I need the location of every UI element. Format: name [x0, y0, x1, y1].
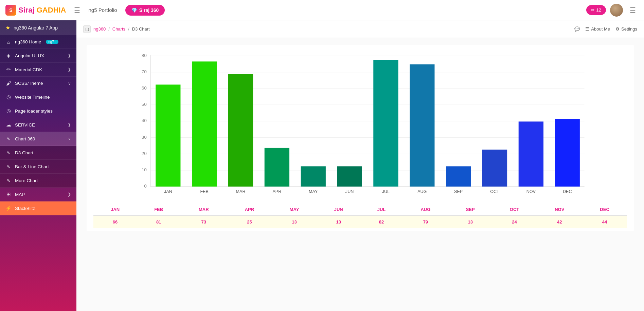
- col-jan: JAN: [93, 203, 137, 216]
- col-jun: JUN: [317, 203, 360, 216]
- val-may: 13: [272, 216, 317, 228]
- siraj360-button[interactable]: 💎 Siraj 360: [125, 5, 165, 16]
- svg-text:40: 40: [142, 118, 147, 123]
- breadcrumb-sep1: /: [108, 26, 110, 32]
- bar-nov: [519, 121, 543, 187]
- bar-sep: [446, 166, 471, 187]
- sidebar-top-item[interactable]: ★ ng360 Angular 7 App: [0, 20, 76, 35]
- bar-chart-svg: 0 10 20 30 40: [93, 52, 627, 201]
- sidebar-item-angular-ui[interactable]: ◈ Angular UI UX ❯: [0, 49, 76, 63]
- svg-text:50: 50: [142, 102, 147, 107]
- settings-button[interactable]: ⚙ Settings: [615, 26, 637, 32]
- hamburger-left-button[interactable]: ☰: [71, 5, 83, 16]
- comment-icon: 💬: [574, 26, 580, 32]
- col-apr: APR: [227, 203, 272, 216]
- sidebar-item-bar-line[interactable]: ∿ Bar & Line Chart: [0, 160, 76, 174]
- logo: S SirajGADHIA: [5, 5, 66, 16]
- logo-siraj: Siraj: [18, 6, 35, 15]
- svg-text:20: 20: [142, 151, 147, 156]
- svg-text:70: 70: [142, 69, 147, 74]
- val-jun: 13: [317, 216, 360, 228]
- sidebar-item-map[interactable]: ⊞ MAP ❯: [0, 188, 76, 201]
- breadcrumb-home-icon[interactable]: ▢: [83, 25, 91, 33]
- chart-wrapper: 0 10 20 30 40: [87, 45, 634, 231]
- svg-text:AUG: AUG: [417, 189, 427, 194]
- bar-apr: [265, 148, 289, 187]
- breadcrumb-ng360[interactable]: ng360: [93, 26, 106, 32]
- sidebar-label-stackblitz: StackBlitz: [15, 206, 35, 211]
- sidebar-item-page-loader[interactable]: ◎ Page loader styles: [0, 104, 76, 118]
- val-jan: 66: [93, 216, 137, 228]
- sidebar-label-angular-ui: Angular UI UX: [15, 53, 44, 58]
- breadcrumb-current: D3 Chart: [132, 26, 150, 32]
- map-icon: ⊞: [5, 191, 12, 197]
- col-sep: SEP: [449, 203, 492, 216]
- svg-text:0: 0: [144, 183, 147, 189]
- sidebar-item-website-timeline[interactable]: ◎ Website Timeline: [0, 90, 76, 104]
- sidebar-label-page-loader: Page loader styles: [15, 109, 53, 114]
- chart-container: 0 10 20 30 40: [76, 38, 644, 311]
- val-mar: 73: [180, 216, 227, 228]
- edit-button[interactable]: ✏ 12: [586, 5, 606, 15]
- val-sep: 13: [449, 216, 492, 228]
- sidebar-item-stackblitz[interactable]: ⚡ StackBlitz: [0, 201, 76, 215]
- svg-text:DEC: DEC: [563, 189, 572, 194]
- col-aug: AUG: [402, 203, 448, 216]
- val-jul: 82: [360, 216, 402, 228]
- val-feb: 81: [137, 216, 180, 228]
- angular-icon: ◈: [5, 53, 12, 59]
- col-mar: MAR: [180, 203, 227, 216]
- sidebar-label-map: MAP: [15, 192, 25, 197]
- sidebar-item-chart360[interactable]: ∿ Chart 360 ∨: [0, 132, 76, 146]
- breadcrumb-bar: ▢ ng360 / Charts / D3 Chart 💬 ☰ About Me…: [76, 20, 644, 38]
- val-nov: 42: [537, 216, 582, 228]
- sidebar-item-material-cdk[interactable]: ✏ Material CDK ❯: [0, 63, 76, 77]
- chevron-down-icon: ∨: [68, 136, 71, 141]
- col-feb: FEB: [137, 203, 180, 216]
- sidebar-item-service[interactable]: ☁ SERVICE ❯: [0, 118, 76, 132]
- avatar[interactable]: [610, 4, 623, 17]
- avatar-image: [610, 4, 623, 17]
- sidebar-item-scss-theme[interactable]: 🖌 SCSS/Theme ∨: [0, 77, 76, 90]
- bar-oct: [482, 150, 507, 187]
- chart-area: 0 10 20 30 40: [93, 52, 627, 201]
- svg-text:10: 10: [142, 167, 147, 172]
- bar-dec: [555, 119, 580, 187]
- svg-text:SEP: SEP: [454, 189, 463, 194]
- sidebar-item-ng360-home[interactable]: ⌂ ng360 Home ng7+: [0, 35, 76, 49]
- chevron-icon: ❯: [68, 67, 71, 72]
- col-dec: DEC: [582, 203, 627, 216]
- d3chart-icon: ∿: [5, 150, 12, 156]
- bar-jun: [337, 166, 362, 187]
- top-nav-right: ✏ 12 ☰: [586, 4, 639, 17]
- about-me-button[interactable]: ☰ About Me: [585, 26, 610, 32]
- sidebar-label-ng360-home: ng360 Home: [15, 39, 41, 44]
- sidebar-label-chart360: Chart 360: [15, 136, 35, 141]
- comment-button[interactable]: 💬: [574, 26, 580, 32]
- hamburger-right-button[interactable]: ☰: [627, 5, 639, 16]
- service-icon: ☁: [5, 122, 12, 128]
- sidebar-label-more-chart: More Chart: [15, 178, 38, 183]
- data-table: JAN FEB MAR APR MAY JUN JUL AUG SEP OCT …: [93, 203, 627, 228]
- svg-text:80: 80: [142, 53, 147, 58]
- svg-text:OCT: OCT: [490, 189, 499, 194]
- timeline-icon: ◎: [5, 94, 12, 100]
- svg-text:JAN: JAN: [164, 189, 172, 194]
- val-apr: 25: [227, 216, 272, 228]
- breadcrumb-sep2: /: [128, 26, 129, 32]
- svg-text:60: 60: [142, 85, 147, 91]
- svg-text:NOV: NOV: [526, 189, 536, 194]
- sidebar-item-more-chart[interactable]: ∿ More Chart: [0, 174, 76, 188]
- about-me-label: About Me: [591, 26, 610, 32]
- edit-count: 12: [596, 7, 601, 13]
- svg-text:FEB: FEB: [200, 189, 208, 194]
- bar-may: [301, 166, 326, 187]
- breadcrumb-charts-link[interactable]: Charts: [112, 26, 125, 32]
- bar-feb: [192, 61, 217, 187]
- loader-icon: ◎: [5, 108, 12, 114]
- sidebar-item-d3chart[interactable]: ∿ D3 Chart: [0, 146, 76, 160]
- chevron-down-icon: ∨: [68, 81, 71, 86]
- top-navigation: S SirajGADHIA ☰ ng5 Portfolio 💎 Siraj 36…: [0, 0, 644, 20]
- bar-jan: [156, 84, 180, 187]
- settings-label: Settings: [621, 26, 637, 32]
